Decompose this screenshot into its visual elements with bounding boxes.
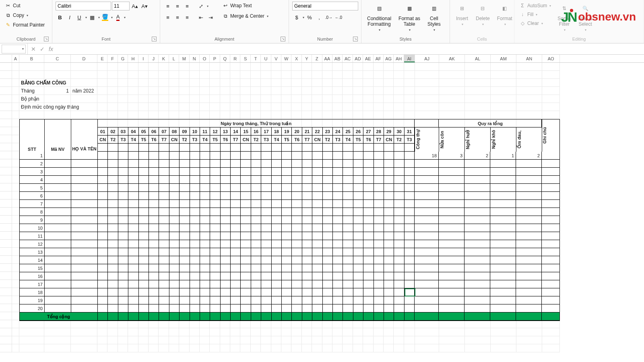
format-button[interactable]: ◧Format▾ [495,2,515,27]
cell[interactable] [71,336,97,344]
cell[interactable] [374,344,384,352]
cell[interactable] [251,63,261,71]
name-box[interactable]: ▾ [2,45,26,53]
cell[interactable] [19,344,44,352]
cell[interactable] [465,344,491,352]
cell[interactable] [291,344,301,352]
cell[interactable] [363,336,373,344]
cell[interactable] [19,111,44,119]
cell[interactable] [439,111,465,119]
cell[interactable] [343,320,353,328]
cell[interactable] [332,111,343,119]
cell[interactable] [302,320,312,328]
cell[interactable] [179,336,189,344]
cell[interactable] [71,320,97,328]
cell[interactable] [465,320,491,328]
cell[interactable] [12,264,19,272]
cell[interactable] [415,87,439,95]
cell[interactable] [107,111,118,119]
col-header-AO[interactable]: AO [542,55,560,62]
cell[interactable] [179,63,189,71]
cell[interactable] [332,95,343,103]
cell[interactable] [12,320,19,328]
cell[interactable] [394,95,404,103]
cell[interactable] [271,320,281,328]
row-header[interactable] [0,79,12,87]
chevron-down-icon[interactable]: ▾ [85,16,87,19]
cell[interactable] [332,71,343,79]
cell[interactable] [159,63,169,71]
row-header[interactable] [0,344,12,352]
table-row[interactable]: 17 [20,280,559,288]
cell[interactable] [12,240,19,248]
cell[interactable] [271,79,281,87]
cell[interactable] [19,328,44,336]
cell[interactable] [118,71,128,79]
dialog-launcher-icon[interactable]: ↘ [152,37,157,41]
col-header-B[interactable]: B [19,55,44,62]
cell[interactable] [343,87,353,95]
cell[interactable] [439,71,465,79]
cell[interactable] [220,328,230,336]
cell[interactable] [159,111,169,119]
cell[interactable] [353,71,363,79]
cell[interactable] [465,111,491,119]
cell[interactable] [169,103,179,111]
cell[interactable] [415,328,439,336]
cell[interactable] [169,71,179,79]
cell[interactable] [210,328,220,336]
cell[interactable] [240,328,250,336]
cell[interactable] [271,336,281,344]
cell[interactable] [169,328,179,336]
cell[interactable] [439,95,465,103]
table-row[interactable]: 5 [20,184,559,192]
cell[interactable] [281,95,291,103]
cell[interactable] [302,71,312,79]
col-header-D[interactable]: D [71,55,97,62]
row-header[interactable] [0,256,12,264]
cell[interactable] [542,336,560,344]
cell[interactable] [179,344,189,352]
cell[interactable] [363,103,373,111]
cell[interactable] [107,344,118,352]
cell[interactable] [415,71,439,79]
cell[interactable] [230,103,240,111]
cell[interactable] [516,79,542,87]
cell[interactable] [542,87,560,95]
cell[interactable] [107,320,118,328]
cell[interactable] [439,328,465,336]
cell[interactable] [343,95,353,103]
cell[interactable] [12,87,19,95]
row-header[interactable] [0,312,12,320]
cell[interactable] [322,344,332,352]
table-row[interactable]: 15 [20,264,559,272]
cell[interactable] [394,79,404,87]
cell[interactable] [230,344,240,352]
worksheet-grid[interactable]: BẢNG CHẤM CÔNGTháng1năm 2022Bộ phậnĐịnh … [0,63,644,362]
cell[interactable] [44,336,71,344]
cell[interactable] [415,103,439,111]
font-color-button[interactable]: A [114,13,122,22]
cell[interactable] [516,344,542,352]
cell[interactable] [128,103,138,111]
table-row[interactable]: 13 [20,248,559,256]
row-header[interactable] [0,143,12,151]
cell[interactable] [302,336,312,344]
font-size-combo[interactable] [112,2,130,10]
row-header[interactable] [0,304,12,312]
cell[interactable] [271,87,281,95]
cell[interactable] [149,79,159,87]
cell[interactable] [404,103,415,111]
cell[interactable] [128,336,138,344]
cell[interactable] [415,111,439,119]
cell[interactable] [159,344,169,352]
dialog-launcher-icon[interactable]: ↘ [281,37,285,41]
cell[interactable] [281,111,291,119]
col-header-AC[interactable]: AC [343,55,353,62]
cell[interactable] [404,328,415,336]
col-header-X[interactable]: X [291,55,301,62]
cell[interactable] [12,135,19,143]
cell[interactable] [516,63,542,71]
cell[interactable] [12,224,19,232]
dialog-launcher-icon[interactable]: ↘ [353,37,358,41]
